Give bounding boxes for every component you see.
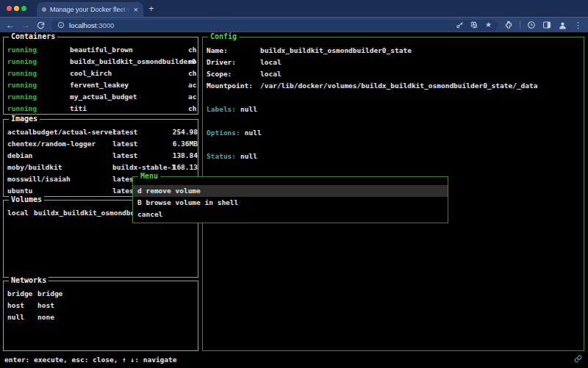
containers-panel-title: Containers bbox=[9, 32, 57, 41]
networks-panel: Networks bridge bridge host host null bbox=[3, 281, 198, 351]
image-row[interactable]: actualbudget/actual-server latest 254.98 bbox=[4, 126, 198, 138]
image-name: debian bbox=[7, 150, 112, 162]
container-row[interactable]: running buildx_buildkit_osmondbuilder0 m… bbox=[4, 56, 198, 68]
container-row[interactable]: running my_actual_budget ac bbox=[4, 91, 198, 103]
window-controls bbox=[7, 6, 26, 11]
config-extra-field: Options: null bbox=[207, 127, 584, 139]
image-tag: latest bbox=[112, 126, 171, 138]
network-id: host bbox=[7, 300, 37, 311]
containers-list: running beautiful_brown ch running build… bbox=[4, 37, 198, 114]
extension-icon[interactable] bbox=[527, 21, 536, 29]
containers-panel: Containers running beautiful_brown ch ru… bbox=[3, 37, 198, 115]
container-row[interactable]: running beautiful_brown ch bbox=[4, 44, 198, 56]
container-row[interactable]: running cool_kirch ch bbox=[4, 68, 198, 79]
config-field-label: Name: bbox=[207, 45, 260, 57]
config-extra-label: Labels: bbox=[207, 104, 236, 115]
close-window-button[interactable] bbox=[7, 6, 12, 11]
refresh-icon[interactable] bbox=[37, 21, 45, 29]
container-status: running bbox=[7, 91, 70, 103]
image-row[interactable]: debian latest 138.84 bbox=[4, 150, 198, 162]
menu-item[interactable]: B browse volume in shell bbox=[133, 197, 448, 209]
network-name: host bbox=[37, 300, 54, 311]
bookmark-star-icon[interactable]: ★ bbox=[485, 21, 492, 29]
networks-panel-title: Networks bbox=[9, 276, 49, 285]
network-row[interactable]: null none bbox=[4, 311, 198, 323]
image-row[interactable]: moby/buildkit buildx-stable-1 168.13 bbox=[4, 162, 198, 173]
config-extra-value: null bbox=[240, 104, 257, 115]
image-size: 254.98 bbox=[171, 126, 198, 138]
config-extras: Labels: null Options: null Status: null bbox=[207, 104, 584, 162]
image-name: actualbudget/actual-server bbox=[7, 126, 112, 138]
config-extra-label: Status: bbox=[207, 151, 236, 162]
keybinding-hints: enter: execute, esc: close, ↑ ↓: navigat… bbox=[4, 356, 177, 364]
container-image: ch bbox=[188, 103, 198, 114]
image-tag: latest bbox=[112, 138, 171, 150]
container-status: running bbox=[7, 79, 70, 91]
config-field-value: local bbox=[260, 68, 282, 80]
config-extra-field: Status: null bbox=[207, 151, 584, 162]
container-status: running bbox=[7, 44, 70, 56]
config-panel-title: Config bbox=[208, 32, 239, 41]
container-status: running bbox=[7, 56, 70, 68]
minimize-window-button[interactable] bbox=[14, 6, 19, 11]
browser-window: Manage your Docker fleet wi × + ← → loca… bbox=[0, 0, 588, 368]
translate-icon[interactable] bbox=[470, 21, 478, 29]
new-tab-button[interactable]: + bbox=[148, 3, 154, 14]
image-size: 6.36MB bbox=[171, 138, 198, 150]
network-row[interactable]: host host bbox=[4, 300, 198, 311]
config-field: Driver: local bbox=[207, 57, 584, 68]
network-name: none bbox=[37, 311, 54, 323]
config-extra-value: null bbox=[245, 127, 262, 139]
browser-tab[interactable]: Manage your Docker fleet wi × bbox=[37, 2, 143, 17]
site-favicon-icon bbox=[42, 7, 46, 12]
config-fields: Name: buildx_buildkit_osmondbuilder0_sta… bbox=[207, 45, 584, 92]
container-image: ch bbox=[188, 68, 198, 79]
image-tag: latest bbox=[112, 150, 171, 162]
menu-item-label: cancel bbox=[137, 209, 162, 220]
images-panel-title: Images bbox=[9, 115, 40, 123]
image-name: chentex/random-logger bbox=[7, 138, 112, 150]
address-bar[interactable]: localhost:3000 ★ bbox=[51, 20, 498, 31]
container-name: my_actual_budget bbox=[70, 91, 188, 103]
network-row[interactable]: bridge bridge bbox=[4, 288, 198, 300]
config-field: Name: buildx_buildkit_osmondbuilder0_sta… bbox=[207, 45, 584, 57]
image-name: moby/buildkit bbox=[7, 162, 112, 173]
back-icon[interactable]: ← bbox=[6, 21, 15, 29]
network-id: bridge bbox=[7, 288, 37, 300]
browser-menu-icon[interactable]: ⋮ bbox=[574, 21, 582, 29]
password-key-icon[interactable] bbox=[456, 21, 464, 29]
container-image: ch bbox=[188, 44, 198, 56]
maximize-window-button[interactable] bbox=[21, 6, 26, 11]
side-panel-icon[interactable] bbox=[542, 21, 551, 29]
container-image: ac bbox=[188, 79, 198, 91]
forward-icon[interactable]: → bbox=[21, 21, 30, 29]
image-row[interactable]: chentex/random-logger latest 6.36MB bbox=[4, 138, 198, 150]
container-status: running bbox=[7, 103, 70, 114]
config-field: Mountpoint: /var/lib/docker/volumes/buil… bbox=[207, 80, 584, 92]
connection-link-icon bbox=[574, 355, 582, 364]
menu-item[interactable]: cancel bbox=[133, 209, 448, 220]
avatar[interactable] bbox=[558, 21, 567, 30]
context-menu: Menu d remove volume B browse volume in … bbox=[132, 176, 448, 223]
config-field-value: /var/lib/docker/volumes/buildx_buildkit_… bbox=[260, 80, 538, 92]
extensions-puzzle-icon[interactable] bbox=[504, 21, 513, 29]
docker-tui: Containers running beautiful_brown ch ru… bbox=[0, 32, 588, 368]
container-row[interactable]: running fervent_leakey ac bbox=[4, 79, 198, 91]
config-field-value: buildx_buildkit_osmondbuilder0_state bbox=[260, 45, 412, 57]
networks-list: bridge bridge host host null none bbox=[4, 281, 198, 350]
close-tab-icon[interactable]: × bbox=[134, 6, 138, 14]
tab-title: Manage your Docker fleet wi bbox=[50, 6, 130, 13]
container-name: titi bbox=[70, 103, 188, 114]
container-row[interactable]: running titi ch bbox=[4, 103, 198, 114]
image-name: ubuntu bbox=[7, 185, 112, 196]
config-field-value: local bbox=[260, 57, 282, 68]
config-field-label: Scope: bbox=[207, 68, 260, 80]
container-image: ac bbox=[188, 91, 198, 103]
menu-item[interactable]: d remove volume bbox=[133, 185, 448, 197]
network-name: bridge bbox=[37, 288, 62, 300]
image-name: mosswill/isaiah bbox=[7, 173, 112, 185]
menu-item-label: B browse volume in shell bbox=[137, 197, 238, 209]
site-info-icon[interactable] bbox=[57, 21, 65, 29]
volume-driver: local bbox=[7, 207, 34, 219]
menu-item-label: d remove volume bbox=[137, 185, 201, 197]
